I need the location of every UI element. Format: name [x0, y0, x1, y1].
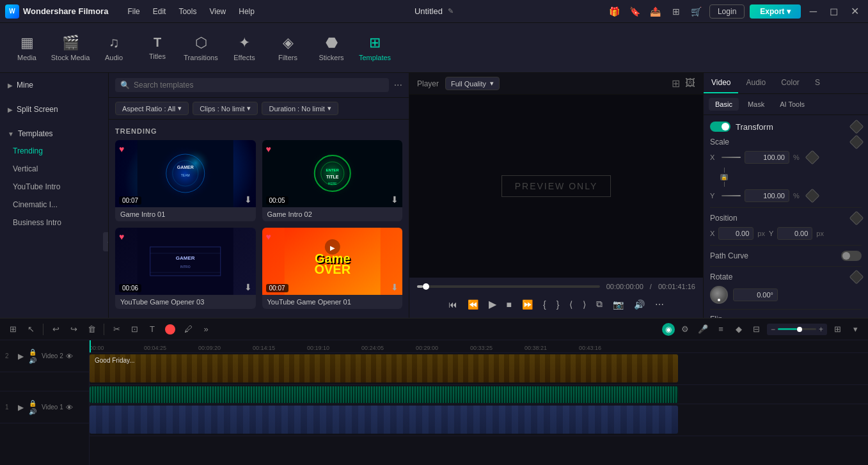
pos-x-input[interactable] — [718, 227, 754, 240]
share-icon[interactable]: 📤 — [648, 4, 663, 19]
color-badge[interactable] — [165, 324, 175, 335]
volume-button[interactable]: 🔊 — [631, 297, 647, 312]
section-mine-header[interactable]: ▶ Mine — [0, 77, 108, 93]
video1-clip[interactable] — [90, 406, 678, 434]
menu-view[interactable]: View — [203, 4, 232, 19]
section-templates-header[interactable]: ▼ Templates — [0, 125, 108, 142]
template-card-ygame01[interactable]: Game OVER ▶ ♥ 00:07 ⬇ YouTube Game Opene… — [262, 228, 403, 309]
skip-back-button[interactable]: ⏮ — [446, 297, 460, 312]
login-button[interactable]: Login — [709, 4, 745, 19]
audio-clip[interactable] — [90, 386, 678, 403]
rotate-input[interactable] — [733, 288, 778, 301]
scale-y-track[interactable] — [722, 195, 741, 196]
path-curve-toggle[interactable] — [841, 251, 862, 261]
zoom-track[interactable] — [778, 328, 816, 330]
progress-knob[interactable] — [423, 283, 429, 290]
undo-button[interactable]: ↩ — [48, 322, 63, 337]
track2-lock-icon[interactable]: 🔒 — [29, 349, 36, 356]
subtab-ai-tools[interactable]: AI Tools — [773, 98, 811, 111]
duration-filter[interactable]: Duration : No limit ▾ — [262, 102, 338, 115]
scale-x-input[interactable] — [745, 151, 789, 164]
track1-lock-icon[interactable]: 🔒 — [29, 400, 36, 407]
menu-help[interactable]: Help — [232, 4, 261, 19]
tool-media[interactable]: ▦ Media — [5, 26, 49, 70]
clips-filter[interactable]: Clips : No limit ▾ — [193, 102, 258, 115]
rotate-keyframe-button[interactable] — [849, 270, 864, 285]
tab-color[interactable]: Color — [773, 73, 807, 93]
tl-mic-btn[interactable]: 🎤 — [695, 322, 711, 337]
tool-templates[interactable]: ⊞ Templates — [353, 26, 397, 70]
title-edit-icon[interactable]: ✎ — [448, 7, 454, 15]
crop-button[interactable]: ⊡ — [127, 322, 142, 337]
download-icon-ygame03[interactable]: ⬇ — [244, 282, 252, 292]
tool-audio[interactable]: ♫ Audio — [92, 26, 136, 70]
sidebar-item-cinematic[interactable]: Cinematic I... — [0, 196, 108, 214]
template-card-game-intro-01[interactable]: GAMER TEAM ♥ 00:07 ⬇ Game Intro 01 — [115, 140, 256, 221]
tab-s[interactable]: S — [807, 73, 828, 93]
tl-subtitles-btn[interactable]: ≡ — [713, 322, 729, 337]
rotate-dial[interactable] — [710, 286, 728, 304]
zoom-minus-btn[interactable]: − — [771, 325, 775, 334]
tl-settings-btn[interactable]: ⚙ — [677, 322, 693, 337]
sidebar-item-vertical[interactable]: Vertical — [0, 160, 108, 178]
tool-stickers[interactable]: ⬣ Stickers — [310, 26, 353, 70]
quality-select[interactable]: Full Quality ▾ — [445, 77, 500, 90]
image-view-icon[interactable]: 🖼 — [685, 77, 695, 90]
tab-video[interactable]: Video — [704, 73, 738, 93]
cart-icon[interactable]: 🛒 — [689, 4, 704, 19]
more-tl-btn[interactable]: » — [198, 322, 214, 337]
maximize-button[interactable]: ◻ — [826, 5, 842, 17]
menu-file[interactable]: File — [121, 4, 146, 19]
tab-audio[interactable]: Audio — [738, 73, 773, 93]
frame-back-button[interactable]: ⏪ — [465, 297, 481, 312]
cut-button[interactable]: ✂ — [109, 322, 124, 337]
grid-icon[interactable]: ⊞ — [668, 4, 684, 19]
snapshot-button[interactable]: 📷 — [610, 297, 626, 312]
close-button[interactable]: ✕ — [847, 5, 863, 17]
tl-add-track-btn[interactable]: ◉ — [662, 323, 675, 336]
scale-x-keyframe[interactable] — [805, 150, 820, 165]
stop-button[interactable]: ■ — [504, 297, 514, 312]
position-keyframe-button[interactable] — [849, 211, 864, 226]
tl-markers-btn[interactable]: ◆ — [731, 322, 746, 337]
section-split-header[interactable]: ▶ Split Screen — [0, 101, 108, 118]
collapse-panel-button[interactable]: ‹ — [103, 232, 109, 251]
pip-button[interactable]: ⧉ — [594, 296, 605, 312]
menu-edit[interactable]: Edit — [146, 4, 173, 19]
tool-stock-media[interactable]: 🎬 Stock Media — [49, 26, 92, 70]
tl-grid-btn[interactable]: ⊞ — [830, 322, 845, 337]
download-icon-game02[interactable]: ⬇ — [391, 194, 398, 205]
sidebar-item-business-intro[interactable]: Business Intro — [0, 214, 108, 232]
gift-icon[interactable]: 🎁 — [607, 4, 622, 19]
bookmark-icon[interactable]: 🔖 — [627, 4, 643, 19]
mark-in-button[interactable]: { — [541, 297, 549, 312]
scale-y-keyframe[interactable] — [805, 189, 820, 203]
sidebar-item-trending[interactable]: Trending — [0, 142, 108, 160]
video2-clip[interactable]: Good Friday... — [90, 354, 678, 382]
progress-bar[interactable] — [417, 285, 600, 288]
redo-button[interactable]: ↪ — [66, 322, 81, 337]
sidebar-item-youtube-intro[interactable]: YouTube Intro — [0, 178, 108, 196]
play-button[interactable]: ▶ — [486, 296, 499, 313]
tool-transitions[interactable]: ⬡ Transitions — [179, 26, 223, 70]
next-marker-button[interactable]: ⟩ — [580, 297, 588, 312]
download-icon-game01[interactable]: ⬇ — [244, 194, 252, 205]
aspect-ratio-filter[interactable]: Aspect Ratio : All ▾ — [115, 102, 189, 115]
more-controls-button[interactable]: ⋯ — [652, 297, 667, 312]
menu-tools[interactable]: Tools — [172, 4, 203, 19]
text-button[interactable]: T — [145, 322, 160, 337]
export-button[interactable]: Export ▾ — [750, 4, 800, 19]
paint-button[interactable]: 🖊 — [180, 322, 196, 337]
timeline-split-btn[interactable]: ⊞ — [5, 322, 20, 337]
mark-out-button[interactable]: } — [554, 297, 562, 312]
lock-icon[interactable]: 🔒 — [720, 168, 728, 187]
tool-effects[interactable]: ✦ Effects — [223, 26, 266, 70]
zoom-plus-btn[interactable]: + — [819, 325, 823, 334]
timeline-tracks-right[interactable]: 00:00 00:04:25 00:09:20 00:14:15 00:19:1… — [90, 340, 868, 465]
grid-view-icon[interactable]: ⊞ — [672, 77, 680, 90]
track2-audio-icon[interactable]: 🔊 — [29, 357, 36, 364]
playhead[interactable] — [90, 340, 91, 352]
tl-more-btn[interactable]: ▾ — [848, 322, 863, 337]
template-card-ygame03[interactable]: GAMER INTRO ♥ 00:06 ⬇ YouTube Game Opene… — [115, 228, 256, 309]
transform-keyframe-button[interactable] — [849, 120, 864, 134]
